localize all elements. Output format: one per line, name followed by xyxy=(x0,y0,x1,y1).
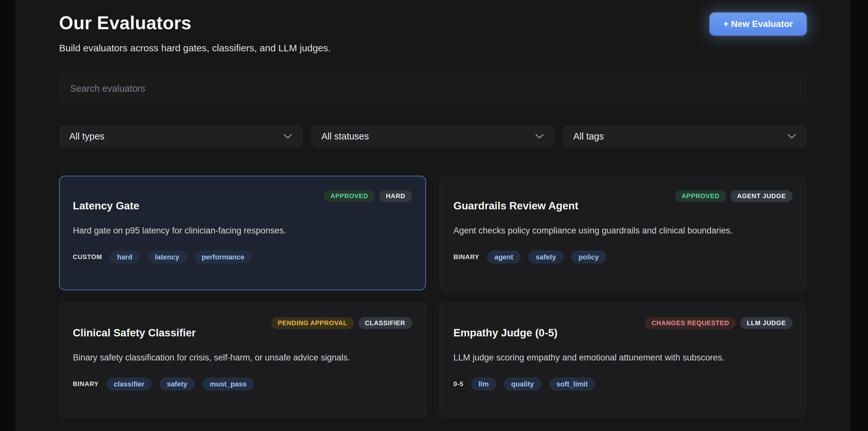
badge-group: CHANGES REQUESTED LLM JUDGE xyxy=(645,317,793,329)
badge-group: PENDING APPROVAL CLASSIFIER xyxy=(271,317,412,329)
new-evaluator-button[interactable]: + New Evaluator xyxy=(710,13,806,35)
tag-pill: hard xyxy=(110,250,140,264)
evaluator-card-guardrails-review-agent[interactable]: Guardrails Review Agent APPROVED AGENT J… xyxy=(440,176,807,290)
page-title: Our Evaluators xyxy=(59,12,331,33)
card-header: Empathy Judge (0-5) CHANGES REQUESTED LL… xyxy=(454,317,793,340)
evaluator-grid: Latency Gate APPROVED HARD Hard gate on … xyxy=(59,176,806,417)
badge-group: APPROVED HARD xyxy=(324,190,412,202)
status-badge: CHANGES REQUESTED xyxy=(645,317,736,329)
card-meta: CUSTOM hard latency performance xyxy=(73,250,412,264)
evaluator-card-latency-gate[interactable]: Latency Gate APPROVED HARD Hard gate on … xyxy=(59,176,426,290)
chevron-down-icon xyxy=(283,133,292,139)
tag-pill: safety xyxy=(528,250,564,264)
type-badge: HARD xyxy=(379,190,412,202)
evaluator-card-empathy-judge[interactable]: Empathy Judge (0-5) CHANGES REQUESTED LL… xyxy=(440,303,807,417)
evaluator-description: LLM judge scoring empathy and emotional … xyxy=(454,352,793,364)
page-header: Our Evaluators Build evaluators across h… xyxy=(59,12,806,55)
search-input[interactable] xyxy=(59,74,806,103)
type-badge: AGENT JUDGE xyxy=(731,190,793,202)
page: Our Evaluators Build evaluators across h… xyxy=(0,0,868,431)
evaluator-card-clinical-safety-classifier[interactable]: Clinical Safety Classifier PENDING APPRO… xyxy=(59,303,426,417)
chevron-down-icon xyxy=(535,133,544,139)
card-meta: BINARY agent safety policy xyxy=(454,250,793,264)
card-header: Guardrails Review Agent APPROVED AGENT J… xyxy=(454,190,793,213)
tag-pill: latency xyxy=(148,250,187,264)
tag-pill: must_pass xyxy=(203,377,254,391)
tag-pill: policy xyxy=(571,250,607,264)
card-meta: BINARY classifier safety must_pass xyxy=(73,377,412,391)
status-badge: APPROVED xyxy=(675,190,726,202)
filter-types-dropdown[interactable]: All types xyxy=(59,125,303,148)
tag-pill: quality xyxy=(504,377,541,391)
tag-pill: agent xyxy=(487,250,521,264)
scale-label: BINARY xyxy=(73,380,99,388)
filter-statuses-dropdown[interactable]: All statuses xyxy=(311,125,555,148)
filter-bar: All types All statuses All tags xyxy=(59,125,806,148)
status-badge: PENDING APPROVAL xyxy=(271,317,354,329)
tag-pill: safety xyxy=(159,377,195,391)
scale-label: 0-5 xyxy=(454,380,464,388)
badge-group: APPROVED AGENT JUDGE xyxy=(675,190,793,202)
header-text: Our Evaluators Build evaluators across h… xyxy=(59,12,331,55)
scale-label: BINARY xyxy=(454,253,479,261)
content-area: Our Evaluators Build evaluators across h… xyxy=(59,0,806,417)
card-header: Latency Gate APPROVED HARD xyxy=(73,190,412,213)
tag-pill: classifier xyxy=(106,377,152,391)
tag-pill: soft_limit xyxy=(549,377,595,391)
evaluator-description: Hard gate on p95 latency for clinician-f… xyxy=(73,225,412,237)
type-badge: LLM JUDGE xyxy=(740,317,793,329)
chevron-down-icon xyxy=(787,133,796,139)
tag-pill: llm xyxy=(471,377,496,391)
card-meta: 0-5 llm quality soft_limit xyxy=(454,377,793,391)
status-badge: APPROVED xyxy=(324,190,375,202)
type-badge: CLASSIFIER xyxy=(358,317,412,329)
page-subtitle: Build evaluators across hard gates, clas… xyxy=(59,42,331,55)
evaluator-description: Agent checks policy compliance using gua… xyxy=(454,225,793,237)
scale-label: CUSTOM xyxy=(73,253,102,261)
filter-types-label: All types xyxy=(69,131,104,142)
evaluator-description: Binary safety classification for crisis,… xyxy=(73,352,412,364)
filter-tags-label: All tags xyxy=(573,131,604,142)
tag-pill: performance xyxy=(194,250,252,264)
card-header: Clinical Safety Classifier PENDING APPRO… xyxy=(73,317,412,340)
main-panel: Our Evaluators Build evaluators across h… xyxy=(16,0,850,431)
filter-tags-dropdown[interactable]: All tags xyxy=(563,125,806,148)
filter-statuses-label: All statuses xyxy=(321,131,369,142)
